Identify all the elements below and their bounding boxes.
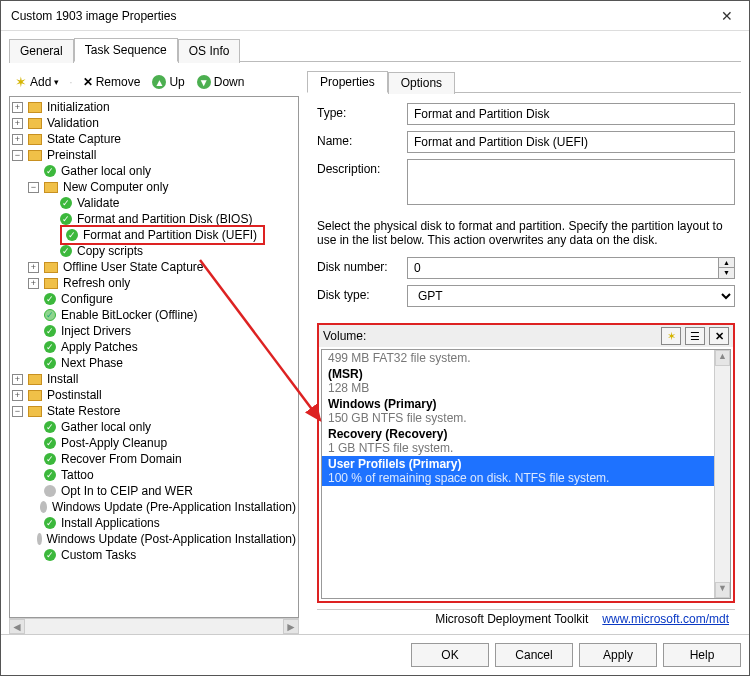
horizontal-scrollbar[interactable]: ◄► [9,618,299,634]
type-label: Type: [317,103,397,120]
brand-link[interactable]: www.microsoft.com/mdt [602,612,729,626]
tree-recover-domain[interactable]: Recover From Domain [59,452,184,466]
tree-configure[interactable]: Configure [59,292,115,306]
tree-tattoo[interactable]: Tattoo [59,468,96,482]
volume-item-selected[interactable]: User Profilels (Primary) 100 % of remain… [322,456,730,486]
volume-item[interactable]: Windows (Primary) 150 GB NTFS file syste… [322,396,730,426]
tree-validation[interactable]: Validation [45,116,101,130]
document-icon: ☰ [690,330,700,343]
disk-type-select[interactable]: GPT [407,285,735,307]
titlebar: Custom 1903 image Properties ✕ [1,1,749,31]
volume-item[interactable]: (MSR) 128 MB [322,366,730,396]
disabled-icon [40,501,47,513]
tree-inject-drivers[interactable]: Inject Drivers [59,324,133,338]
tree-preinstall[interactable]: Preinstall [45,148,98,162]
tree-offline-usc[interactable]: Offline User State Capture [61,260,206,274]
folder-icon [44,182,58,193]
left-pane: ✶ Add ▾ · ✕ Remove ▲ Up ▼ Down [9,70,299,634]
check-icon: ✓ [44,453,56,465]
tree-new-computer[interactable]: New Computer only [61,180,170,194]
cancel-button[interactable]: Cancel [495,643,573,667]
tree-validate[interactable]: Validate [75,196,121,210]
tree-initialization[interactable]: Initialization [45,100,112,114]
help-button[interactable]: Help [663,643,741,667]
check-icon: ✓ [44,549,56,561]
remove-button[interactable]: ✕ Remove [79,73,145,91]
folder-icon [28,134,42,145]
disk-number-stepper[interactable]: ▲▼ [407,257,735,279]
tree-custom-tasks[interactable]: Custom Tasks [59,548,138,562]
tree-install-apps[interactable]: Install Applications [59,516,162,530]
brand-name: Microsoft Deployment Toolkit [435,612,588,626]
ok-button[interactable]: OK [411,643,489,667]
x-icon: ✕ [715,330,724,343]
task-sequence-tree[interactable]: +Initialization +Validation +State Captu… [9,96,299,618]
new-volume-button[interactable]: ✶ [661,327,681,345]
window-title: Custom 1903 image Properties [11,9,704,23]
description-field[interactable] [407,159,735,205]
tab-general[interactable]: General [9,39,74,63]
properties-dialog: Custom 1903 image Properties ✕ General T… [0,0,750,676]
star-icon: ✶ [15,74,27,90]
volume-list[interactable]: 499 MB FAT32 file system. (MSR) 128 MB W… [321,349,731,599]
tree-postinstall[interactable]: Postinstall [45,388,104,402]
tab-options[interactable]: Options [388,72,455,94]
folder-icon [28,150,42,161]
add-button[interactable]: ✶ Add ▾ [11,72,63,92]
close-icon[interactable]: ✕ [704,1,749,31]
spin-down-icon[interactable]: ▼ [719,268,734,278]
tree-install[interactable]: Install [45,372,80,386]
tab-task-sequence[interactable]: Task Sequence [74,38,178,62]
check-icon: ✓ [44,325,56,337]
tree-state-capture[interactable]: State Capture [45,132,123,146]
tree-fapd-bios[interactable]: Format and Partition Disk (BIOS) [75,212,254,226]
footer-brand: Microsoft Deployment Toolkit www.microso… [317,609,735,628]
check-icon: ✓ [44,357,56,369]
tree-refresh-only[interactable]: Refresh only [61,276,132,290]
tree-wu-post[interactable]: Windows Update (Post-Application Install… [45,532,298,546]
folder-icon [28,374,42,385]
tree-fapd-uefi[interactable]: Format and Partition Disk (UEFI) [81,228,259,242]
name-label: Name: [317,131,397,148]
task-sequence-panel: ✶ Add ▾ · ✕ Remove ▲ Up ▼ Down [9,61,741,634]
folder-icon [44,278,58,289]
delete-volume-button[interactable]: ✕ [709,327,729,345]
folder-icon [44,262,58,273]
down-button[interactable]: ▼ Down [193,73,249,91]
tree-enable-bitlocker[interactable]: Enable BitLocker (Offline) [59,308,200,322]
volume-item[interactable]: 499 MB FAT32 file system. [322,350,730,366]
tab-properties[interactable]: Properties [307,71,388,93]
check-icon: ✓ [44,437,56,449]
tree-copy-scripts[interactable]: Copy scripts [75,244,145,258]
spin-up-icon[interactable]: ▲ [719,258,734,268]
apply-button[interactable]: Apply [579,643,657,667]
name-field[interactable] [407,131,735,153]
tree-apply-patches[interactable]: Apply Patches [59,340,140,354]
tree-next-phase[interactable]: Next Phase [59,356,125,370]
tree-gather-local-2[interactable]: Gather local only [59,420,153,434]
folder-icon [28,406,42,417]
inner-tabs: Properties Options [307,70,741,93]
tab-os-info[interactable]: OS Info [178,39,241,63]
tree-toolbar: ✶ Add ▾ · ✕ Remove ▲ Up ▼ Down [9,70,299,96]
disk-number-field[interactable] [407,257,719,279]
type-field [407,103,735,125]
down-arrow-icon: ▼ [197,75,211,89]
tree-gather-local[interactable]: Gather local only [59,164,153,178]
properties-volume-button[interactable]: ☰ [685,327,705,345]
chevron-down-icon: ▾ [54,77,59,87]
star-icon: ✶ [667,330,676,343]
disabled-icon [37,533,41,545]
check-icon: ✓ [60,213,72,225]
check-icon: ✓ [60,197,72,209]
tree-ceip[interactable]: Opt In to CEIP and WER [59,484,195,498]
disabled-icon [44,485,56,497]
tree-state-restore[interactable]: State Restore [45,404,122,418]
volume-item[interactable]: Recovery (Recovery) 1 GB NTFS file syste… [322,426,730,456]
tree-wu-pre[interactable]: Windows Update (Pre-Application Installa… [50,500,298,514]
volume-label: Volume: [323,329,657,343]
vertical-scrollbar[interactable]: ▲▼ [714,350,730,598]
up-button[interactable]: ▲ Up [148,73,188,91]
x-icon: ✕ [83,75,93,89]
tree-post-apply-cleanup[interactable]: Post-Apply Cleanup [59,436,169,450]
